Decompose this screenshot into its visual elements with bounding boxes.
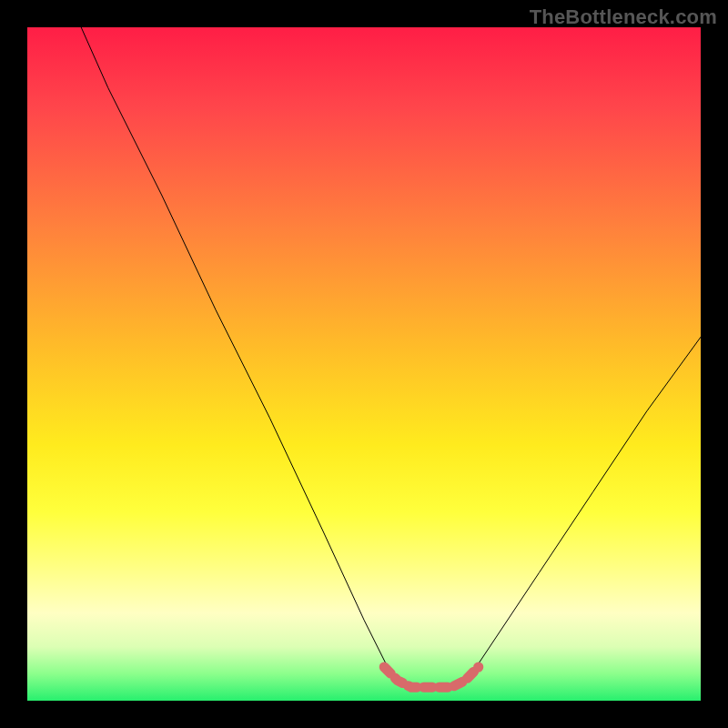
chart-frame — [27, 27, 701, 701]
chart-svg — [27, 27, 701, 701]
watermark-text: TheBottleneck.com — [530, 5, 717, 29]
bottleneck-curve — [81, 27, 701, 687]
optimal-range-marker — [384, 667, 479, 687]
